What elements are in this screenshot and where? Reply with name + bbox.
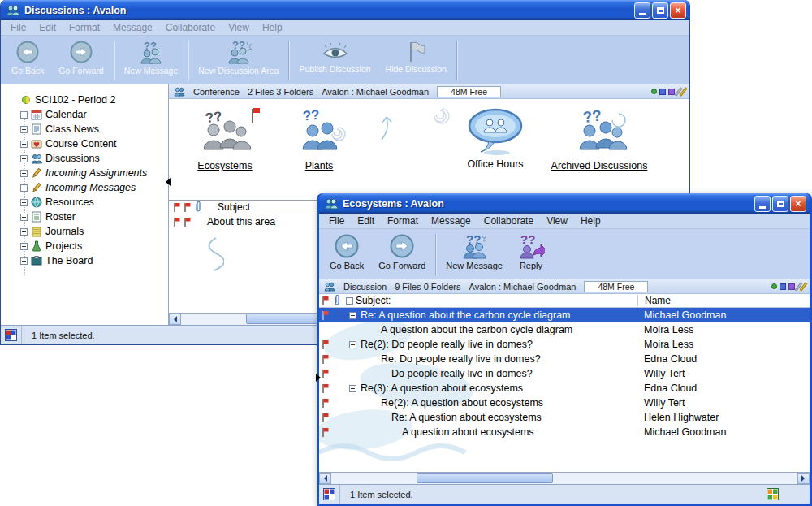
menu-item-format[interactable]: Format: [63, 20, 106, 35]
publish-discussion-button[interactable]: Publish Discussion: [292, 38, 378, 83]
expand-plus-icon[interactable]: [20, 126, 28, 133]
collapse-thread-icon[interactable]: [349, 385, 356, 392]
sidebar-item-incoming-messages[interactable]: Incoming Messages: [1, 180, 168, 195]
menu-item-message[interactable]: Message: [425, 214, 477, 228]
expand-plus-icon[interactable]: [20, 243, 28, 250]
palette-icon[interactable]: [668, 89, 675, 95]
go-back-button[interactable]: Go Back: [322, 231, 371, 278]
flag-column-icon[interactable]: [322, 296, 330, 305]
collapse-thread-icon[interactable]: [349, 341, 356, 348]
sidebar-item-class-news[interactable]: Class News: [1, 122, 168, 136]
pane-splitter-arrow[interactable]: [316, 374, 325, 382]
expand-plus-icon[interactable]: [20, 155, 28, 162]
paperclip-column-icon[interactable]: [194, 201, 202, 213]
sidebar-item-course-content[interactable]: Course Content: [1, 136, 168, 151]
subject-column-header[interactable]: Subject: [218, 201, 250, 213]
message-row[interactable]: Re: Do people really live in domes? Edna…: [319, 352, 810, 366]
menu-item-collaborate[interactable]: Collaborate: [159, 20, 222, 35]
conference-icon-archived-discussions[interactable]: ?? Archived Discussions: [538, 106, 660, 171]
scrollbar-track[interactable]: [331, 473, 797, 484]
message-row[interactable]: A question about ecosystems Michael Good…: [319, 425, 810, 439]
new-message-button[interactable]: ?? New Message: [117, 38, 186, 83]
sidebar-item-resources[interactable]: Resources: [1, 195, 168, 210]
conference-icon-plants[interactable]: ?? Plants: [258, 106, 380, 171]
message-row[interactable]: A question about the carbon cycle diagra…: [319, 322, 810, 337]
message-row[interactable]: Re: A question about ecosystems Helen Hi…: [319, 410, 810, 425]
expand-plus-icon[interactable]: [20, 257, 28, 265]
go-forward-button[interactable]: Go Forward: [371, 231, 433, 278]
collapse-all-icon[interactable]: [346, 297, 353, 305]
hide-discussion-button[interactable]: Hide Discussion: [378, 38, 454, 83]
new-message-button[interactable]: ?? New Message: [438, 231, 510, 278]
status-dot-icon[interactable]: [771, 283, 777, 289]
palette-icon[interactable]: [788, 283, 795, 290]
scroll-left-button[interactable]: [319, 473, 331, 484]
menu-item-help[interactable]: Help: [256, 20, 289, 35]
expand-plus-icon[interactable]: [20, 214, 28, 221]
expand-plus-icon[interactable]: [20, 184, 28, 192]
menu-item-collaborate[interactable]: Collaborate: [477, 214, 540, 228]
horizontal-scrollbar[interactable]: [319, 472, 810, 484]
sidebar-item-incoming-assignments[interactable]: Incoming Assignments: [1, 166, 168, 180]
go-forward-button[interactable]: Go Forward: [51, 38, 110, 83]
sidebar-item-projects[interactable]: Projects: [1, 239, 168, 253]
menu-item-edit[interactable]: Edit: [351, 214, 381, 228]
menu-item-file[interactable]: File: [322, 214, 351, 228]
pane-splitter-arrow[interactable]: [162, 178, 171, 186]
tree-root[interactable]: SCI102 - Period 2: [1, 93, 168, 107]
collapse-thread-icon[interactable]: [349, 312, 356, 319]
message-row[interactable]: Re(2): Do people really live in domes? M…: [319, 337, 810, 352]
file-folder-count: 2 Files 3 Folders: [248, 87, 313, 97]
titlebar[interactable]: Ecosystems : Avalon ×: [319, 193, 810, 214]
sidebar-item-discussions[interactable]: Discussions: [1, 151, 168, 166]
message-row[interactable]: Do people really live in domes? Willy Te…: [319, 366, 810, 381]
message-row[interactable]: Re(2): A question about ecosystems Willy…: [319, 396, 810, 410]
menu-item-message[interactable]: Message: [106, 20, 159, 35]
flag-column-icon[interactable]: [173, 202, 181, 212]
sidebar-item-label: Calendar: [45, 109, 87, 120]
menu-item-view[interactable]: View: [222, 20, 256, 35]
minimize-button[interactable]: [754, 196, 771, 212]
minimize-button[interactable]: [634, 2, 650, 19]
expand-plus-icon[interactable]: [20, 199, 28, 206]
expand-plus-icon[interactable]: [20, 170, 28, 177]
sidebar-item-calendar[interactable]: Calendar: [1, 107, 168, 122]
close-button[interactable]: ×: [790, 196, 806, 212]
layout-toggle-button[interactable]: [767, 488, 779, 500]
paperclip-column-icon[interactable]: [333, 295, 341, 306]
view-mode-button[interactable]: [319, 485, 340, 504]
message-row[interactable]: Re(3): A question about ecosystems Edna …: [319, 381, 810, 396]
flag-column-icon[interactable]: [184, 202, 192, 212]
maximize-button[interactable]: [772, 196, 788, 212]
go-back-button[interactable]: Go Back: [4, 38, 51, 83]
scrollbar-thumb[interactable]: [417, 473, 553, 483]
name-column-header[interactable]: Name: [637, 295, 810, 306]
new-discussion-area-button[interactable]: ?? New Discussion Area: [191, 38, 286, 83]
subject-column-header[interactable]: Subject:: [356, 295, 637, 306]
menu-item-help[interactable]: Help: [574, 214, 607, 228]
expand-plus-icon[interactable]: [20, 228, 28, 236]
sidebar-item-roster[interactable]: Roster: [1, 210, 168, 224]
expand-plus-icon[interactable]: [20, 111, 28, 119]
menu-item-view[interactable]: View: [540, 214, 574, 228]
scroll-right-button[interactable]: [797, 473, 810, 484]
status-dot-icon[interactable]: [651, 89, 657, 94]
close-button[interactable]: ×: [670, 2, 686, 19]
titlebar[interactable]: Discussions : Avalon ×: [1, 0, 689, 20]
sidebar-item-the-board[interactable]: The Board: [1, 253, 168, 268]
sidebar-item-journals[interactable]: Journals: [1, 224, 168, 239]
view-icon[interactable]: [659, 89, 666, 95]
menu-item-edit[interactable]: Edit: [32, 20, 63, 35]
maximize-button[interactable]: [652, 2, 668, 19]
expand-plus-icon[interactable]: [20, 141, 28, 148]
message-row[interactable]: Re: A question about the carbon cycle di…: [319, 308, 810, 322]
flag-icon: [322, 383, 330, 393]
reply-button[interactable]: ?? Reply: [510, 231, 552, 278]
menu-item-format[interactable]: Format: [381, 214, 425, 228]
view-icon[interactable]: [780, 283, 786, 290]
scroll-left-button[interactable]: [169, 314, 181, 325]
menu-item-file[interactable]: File: [4, 20, 32, 35]
view-mode-button[interactable]: [1, 326, 22, 344]
flag-icon: [322, 339, 330, 349]
message-subject: Re: A question about ecosystems: [391, 412, 542, 423]
